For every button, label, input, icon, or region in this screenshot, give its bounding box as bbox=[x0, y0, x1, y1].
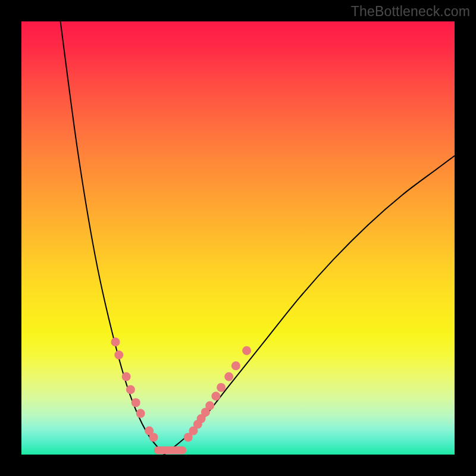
highlight-dots-left bbox=[111, 337, 158, 441]
plot-area bbox=[21, 21, 455, 455]
v-curve-left bbox=[61, 21, 165, 455]
highlight-dot bbox=[122, 372, 131, 381]
highlight-dot bbox=[242, 346, 251, 355]
highlight-dot bbox=[131, 398, 140, 407]
highlight-dot bbox=[114, 350, 123, 359]
highlight-dots-right bbox=[184, 346, 251, 442]
highlight-dot bbox=[211, 392, 220, 400]
highlight-dot bbox=[205, 401, 214, 410]
chart-svg bbox=[21, 21, 455, 455]
highlight-dot bbox=[149, 433, 158, 441]
highlight-dot bbox=[111, 337, 120, 346]
highlight-dot bbox=[224, 372, 233, 381]
highlight-dot bbox=[217, 383, 226, 392]
chart-frame: TheBottleneck.com bbox=[0, 0, 476, 476]
watermark-text: TheBottleneck.com bbox=[351, 4, 470, 20]
highlight-dot bbox=[136, 409, 145, 418]
highlight-dot bbox=[126, 385, 135, 394]
highlight-dot bbox=[231, 361, 240, 370]
